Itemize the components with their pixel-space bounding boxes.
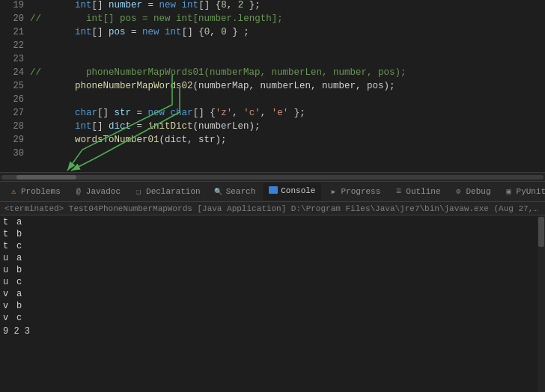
line-number: 19 <box>3 0 30 10</box>
tab-declaration[interactable]: Declaration <box>128 183 207 200</box>
scrollbar-track[interactable] <box>1 175 544 180</box>
code-line: 21 int[] pos = new int[] {0, 0 } ; <box>0 27 545 40</box>
line-number: 20 <box>3 13 30 24</box>
tab-label-debug: Debug <box>466 187 491 196</box>
console-char1: v <box>3 289 15 299</box>
tab-label-pyunit: PyUnit <box>517 187 545 196</box>
code-line: 25 phoneNumberMapWords02(numberMap, numb… <box>0 81 545 94</box>
line-number: 23 <box>3 54 30 64</box>
line-content: int[] dict = initDict(numberLen); <box>30 121 261 132</box>
line-content: int[] number = new int[] {8, 2 }; <box>30 0 261 10</box>
line-number: 24 <box>3 67 30 78</box>
console-char1: v <box>3 313 15 323</box>
console-char2: c <box>16 241 22 251</box>
line-number: 25 <box>3 81 30 91</box>
tab-label-declaration: Declaration <box>146 187 201 196</box>
line-content: char[] str = new char[] {'z', 'c', 'e' }… <box>30 108 305 118</box>
line-number: 21 <box>3 27 30 37</box>
console-char1: u <box>3 253 15 263</box>
line-content: int[] pos = new int[] {0, 0 } ; <box>30 27 249 37</box>
code-line: 22 <box>0 40 545 54</box>
console-char2: a <box>16 289 22 299</box>
console-char2: c <box>16 277 22 287</box>
editor-horizontal-scrollbar[interactable] <box>0 172 545 181</box>
javadoc-icon <box>74 187 83 196</box>
line-content: // int[] pos = new int[number.length]; <box>30 13 283 24</box>
tab-javadoc[interactable]: Javadoc <box>68 183 127 200</box>
tab-bar: ProblemsJavadocDeclarationSearchConsoleP… <box>0 181 545 202</box>
code-line: 28 int[] dict = initDict(numberLen); <box>0 121 545 135</box>
tab-label-javadoc: Javadoc <box>86 187 121 196</box>
code-line: 30 <box>0 148 545 162</box>
tab-outline[interactable]: Outline <box>388 183 446 200</box>
tab-label-problems: Problems <box>21 187 61 196</box>
console-lines: tatbtcuaubucvavbvc <box>3 217 542 325</box>
console-output-line: vc <box>3 313 542 325</box>
console-char1: u <box>3 277 15 287</box>
scrollbar-thumb-vertical[interactable] <box>538 217 544 247</box>
console-output-line: vb <box>3 301 542 313</box>
tab-debug[interactable]: Debug <box>448 183 497 200</box>
line-number: 29 <box>3 135 30 145</box>
console-char1: u <box>3 265 15 275</box>
console-char2: b <box>16 301 22 311</box>
console-char2: a <box>16 253 22 263</box>
console-char1: v <box>3 301 15 311</box>
line-content: wordsToNumber01(dict, str); <box>30 135 227 145</box>
code-line: 29 wordsToNumber01(dict, str); <box>0 135 545 148</box>
console-icon <box>269 186 278 196</box>
problems-icon <box>9 187 18 196</box>
line-number: 30 <box>3 148 30 159</box>
console-output-line: ta <box>3 217 542 229</box>
code-line: 27 char[] str = new char[] {'z', 'c', 'e… <box>0 108 545 121</box>
pyunit-icon <box>505 187 514 196</box>
console-char1: t <box>3 241 15 251</box>
tab-progress[interactable]: Progress <box>323 183 386 200</box>
code-lines: 19 int[] number = new int[] {8, 2 };20//… <box>0 0 545 162</box>
code-editor-wrapper: 19 int[] number = new int[] {8, 2 };20//… <box>0 0 545 181</box>
tab-console[interactable]: Console <box>263 183 321 200</box>
debug-icon <box>454 187 463 196</box>
tab-label-search: Search <box>226 187 256 196</box>
console-output-line: uc <box>3 277 542 289</box>
outline-icon <box>394 187 403 196</box>
console-char1: t <box>3 229 15 239</box>
line-number: 28 <box>3 121 30 132</box>
progress-icon <box>329 187 338 196</box>
code-line: 24// phoneNumberMapWords01(numberMap, nu… <box>0 67 545 81</box>
console-char2: a <box>16 217 22 227</box>
console-last-line: 9 2 3 <box>3 326 542 337</box>
console-output-line: tb <box>3 229 542 241</box>
console-header: <terminated> Test04PhoneNumberMapWords [… <box>0 202 545 215</box>
code-editor[interactable]: 19 int[] number = new int[] {8, 2 };20//… <box>0 0 545 172</box>
console-vertical-scrollbar[interactable] <box>538 215 545 392</box>
tab-pyunit[interactable]: PyUnit <box>499 183 545 200</box>
console-char1: t <box>3 217 15 227</box>
line-content: // phoneNumberMapWords01(numberMap, numb… <box>30 67 407 78</box>
console-terminated-text: <terminated> Test04PhoneNumberMapWords [… <box>4 204 541 213</box>
code-line: 23 <box>0 54 545 67</box>
tab-label-console: Console <box>281 186 315 195</box>
tab-label-outline: Outline <box>406 187 440 196</box>
line-content: phoneNumberMapWords02(numberMap, numberL… <box>30 81 395 91</box>
console-output-line: ua <box>3 253 542 265</box>
line-number: 22 <box>3 40 30 51</box>
line-number: 27 <box>3 108 30 118</box>
console-output-line: tc <box>3 241 542 253</box>
code-line: 20// int[] pos = new int[number.length]; <box>0 13 545 27</box>
tab-label-progress: Progress <box>341 187 380 196</box>
console-char2: c <box>16 313 22 323</box>
tab-problems[interactable]: Problems <box>3 183 67 200</box>
tab-search[interactable]: Search <box>208 183 262 200</box>
line-number: 26 <box>3 94 30 105</box>
scrollbar-thumb[interactable] <box>16 175 76 180</box>
search-icon <box>214 187 223 196</box>
console-char2: b <box>16 229 22 239</box>
code-line: 19 int[] number = new int[] {8, 2 }; <box>0 0 545 13</box>
console-output[interactable]: tatbtcuaubucvavbvc 9 2 3 <box>0 215 545 392</box>
declaration-icon <box>134 187 143 196</box>
code-line: 26 <box>0 94 545 108</box>
console-char2: b <box>16 265 22 275</box>
console-output-line: ub <box>3 265 542 277</box>
console-area: <terminated> Test04PhoneNumberMapWords [… <box>0 202 545 392</box>
